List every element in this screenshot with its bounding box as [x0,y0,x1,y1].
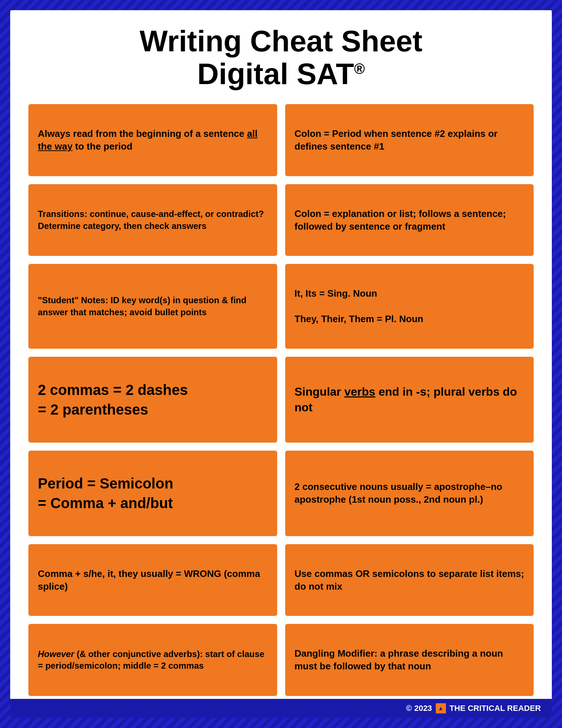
cards-grid: Always read from the beginning of a sent… [28,104,534,696]
card-text: However (& other conjunctive adverbs): s… [38,648,268,672]
card-text: Singular verbs end in -s; plural verbs d… [295,384,525,415]
card-text: It, Its = Sing. Noun They, Their, Them =… [295,287,423,325]
main-card: Writing Cheat Sheet Digital SAT® Always … [10,10,552,718]
card-colon-explanation: Colon = explanation or list; follows a s… [285,184,534,256]
footer-text: © 2023 THE CRITICAL READER [406,703,541,713]
card-text: 2 consecutive nouns usually = apostrophe… [295,480,525,506]
card-2commas: 2 commas = 2 dashes= 2 parentheses [28,357,277,442]
card-consecutive-nouns: 2 consecutive nouns usually = apostrophe… [285,451,534,536]
brand-name: THE CRITICAL READER [450,704,541,713]
footer: © 2023 THE CRITICAL READER [10,699,552,718]
card-pronouns: It, Its = Sing. Noun They, Their, Them =… [285,264,534,349]
card-text: Transitions: continue, cause-and-effect,… [38,208,268,232]
card-however: However (& other conjunctive adverbs): s… [28,624,277,696]
title-line2: Digital SAT [197,57,354,90]
card-text: Comma + s/he, it, they usually = WRONG (… [38,567,268,593]
copyright: © 2023 [406,704,432,713]
card-singular-verbs: Singular verbs end in -s; plural verbs d… [285,357,534,442]
card-dangling-modifier: Dangling Modifier: a phrase describing a… [285,624,534,696]
card-period-semicolon: Period = Semicolon= Comma + and/but [28,451,277,536]
card-text: Period = Semicolon= Comma + and/but [38,474,173,513]
card-student-notes: "Student" Notes: ID key word(s) in quest… [28,264,277,349]
card-text: Dangling Modifier: a phrase describing a… [295,647,525,673]
card-colon-period: Colon = Period when sentence #2 explains… [285,104,534,176]
title-section: Writing Cheat Sheet Digital SAT® [28,25,534,90]
card-text: Colon = explanation or list; follows a s… [295,207,525,233]
card-transitions: Transitions: continue, cause-and-effect,… [28,184,277,256]
brand-logo-icon [436,703,446,713]
card-text: Use commas OR semicolons to separate lis… [295,567,525,593]
card-text: "Student" Notes: ID key word(s) in quest… [38,294,268,318]
card-commas-semicolons: Use commas OR semicolons to separate lis… [285,544,534,616]
trademark: ® [354,61,364,77]
card-text: Colon = Period when sentence #2 explains… [295,127,525,153]
card-text: 2 commas = 2 dashes= 2 parentheses [38,380,188,419]
card-comma-splice: Comma + s/he, it, they usually = WRONG (… [28,544,277,616]
card-text: Always read from the beginning of a sent… [38,127,268,153]
page-title: Writing Cheat Sheet Digital SAT® [28,25,534,90]
title-line1: Writing Cheat Sheet [140,24,423,58]
card-read-beginning: Always read from the beginning of a sent… [28,104,277,176]
